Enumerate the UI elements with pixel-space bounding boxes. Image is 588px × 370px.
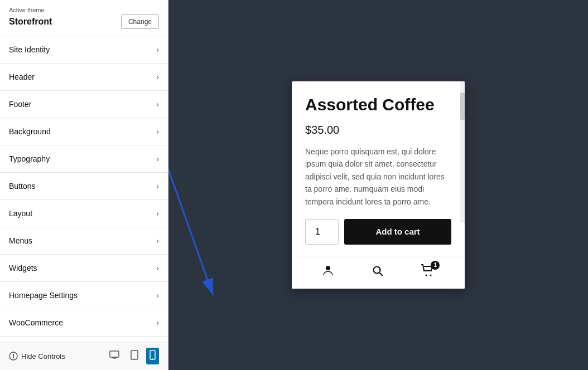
product-price: $35.00 bbox=[305, 124, 451, 137]
customizer-sidebar: Active theme Storefront Change Site Iden… bbox=[0, 0, 168, 370]
nav-item-additional-css[interactable]: Additional CSS › bbox=[0, 337, 168, 342]
chevron-icon: › bbox=[156, 100, 159, 109]
footer-device-icons bbox=[106, 348, 159, 364]
sidebar-footer: Hide Controls bbox=[0, 342, 168, 370]
customizer-nav: Site Identity › Header › Footer › Backgr… bbox=[0, 36, 168, 342]
cart-badge: 1 bbox=[431, 261, 440, 270]
product-body: Assorted Coffee $35.00 Neque porro quisq… bbox=[292, 81, 465, 256]
nav-item-footer[interactable]: Footer › bbox=[0, 91, 168, 118]
tablet-view-button[interactable] bbox=[127, 348, 142, 364]
svg-rect-1 bbox=[13, 354, 14, 357]
desktop-view-button[interactable] bbox=[106, 348, 123, 364]
change-theme-button[interactable]: Change bbox=[121, 14, 159, 29]
mobile-icon bbox=[150, 350, 156, 360]
search-icon[interactable] bbox=[371, 264, 384, 281]
nav-label-menus: Menus bbox=[9, 236, 32, 245]
nav-item-header[interactable]: Header › bbox=[0, 64, 168, 91]
nav-item-layout[interactable]: Layout › bbox=[0, 200, 168, 227]
nav-label-widgets: Widgets bbox=[9, 264, 37, 272]
chevron-icon: › bbox=[156, 318, 159, 327]
tablet-icon bbox=[131, 350, 138, 360]
chevron-icon: › bbox=[156, 236, 159, 245]
nav-label-buttons: Buttons bbox=[9, 182, 35, 191]
nav-item-menus[interactable]: Menus › bbox=[0, 227, 168, 255]
product-description: Neque porro quisquam est, qui dolore ips… bbox=[305, 145, 451, 208]
preview-area: Assorted Coffee $35.00 Neque porro quisq… bbox=[168, 0, 588, 370]
nav-label-layout: Layout bbox=[9, 209, 32, 218]
svg-point-11 bbox=[326, 266, 330, 270]
svg-point-7 bbox=[134, 358, 135, 359]
quantity-input[interactable] bbox=[305, 219, 339, 245]
chevron-icon: › bbox=[156, 264, 159, 272]
product-card: Assorted Coffee $35.00 Neque porro quisq… bbox=[292, 81, 465, 289]
svg-point-12 bbox=[373, 266, 380, 273]
add-to-cart-button[interactable]: Add to cart bbox=[344, 219, 451, 245]
chevron-icon: › bbox=[156, 291, 159, 300]
nav-label-site-identity: Site Identity bbox=[9, 45, 50, 54]
desktop-icon bbox=[109, 350, 119, 359]
svg-point-14 bbox=[426, 274, 427, 276]
svg-rect-5 bbox=[112, 357, 117, 358]
product-title: Assorted Coffee bbox=[305, 95, 451, 115]
nav-item-woocommerce[interactable]: WooCommerce › bbox=[0, 309, 168, 337]
nav-label-header: Header bbox=[9, 72, 35, 81]
search-svg-icon bbox=[371, 264, 384, 278]
person-icon bbox=[321, 264, 335, 278]
svg-line-13 bbox=[379, 272, 383, 276]
chevron-icon: › bbox=[156, 182, 159, 191]
nav-item-buttons[interactable]: Buttons › bbox=[0, 173, 168, 200]
nav-label-homepage-settings: Homepage Settings bbox=[9, 291, 78, 300]
nav-item-typography[interactable]: Typography › bbox=[0, 145, 168, 173]
nav-item-site-identity[interactable]: Site Identity › bbox=[0, 36, 168, 64]
nav-label-typography: Typography bbox=[9, 154, 50, 163]
svg-rect-2 bbox=[13, 357, 14, 358]
add-to-cart-row: Add to cart bbox=[305, 219, 451, 245]
chevron-icon: › bbox=[156, 154, 159, 163]
account-icon[interactable] bbox=[321, 264, 335, 281]
svg-rect-3 bbox=[110, 351, 119, 357]
nav-item-background[interactable]: Background › bbox=[0, 118, 168, 145]
chevron-icon: › bbox=[156, 127, 159, 136]
svg-rect-4 bbox=[113, 358, 116, 359]
sidebar-header: Active theme Storefront Change bbox=[0, 0, 168, 36]
scrollbar-thumb bbox=[460, 93, 465, 120]
hide-controls-label: Hide Controls bbox=[21, 352, 65, 361]
cart-icon[interactable]: 1 bbox=[421, 264, 435, 281]
chevron-icon: › bbox=[156, 209, 159, 218]
mobile-view-button[interactable] bbox=[146, 348, 159, 364]
scrollbar bbox=[460, 81, 465, 223]
nav-item-homepage-settings[interactable]: Homepage Settings › bbox=[0, 282, 168, 309]
nav-label-background: Background bbox=[9, 127, 51, 136]
hide-controls-button[interactable]: Hide Controls bbox=[9, 352, 65, 361]
active-theme-label: Active theme bbox=[9, 7, 159, 13]
nav-label-woocommerce: WooCommerce bbox=[9, 318, 63, 327]
hide-controls-icon bbox=[9, 352, 18, 361]
chevron-icon: › bbox=[156, 72, 159, 81]
product-footer: 1 bbox=[292, 256, 465, 289]
theme-name: Storefront bbox=[9, 17, 52, 27]
nav-label-footer: Footer bbox=[9, 100, 31, 109]
nav-item-widgets[interactable]: Widgets › bbox=[0, 255, 168, 282]
svg-point-9 bbox=[152, 358, 153, 359]
svg-point-15 bbox=[430, 274, 432, 276]
chevron-icon: › bbox=[156, 45, 159, 54]
